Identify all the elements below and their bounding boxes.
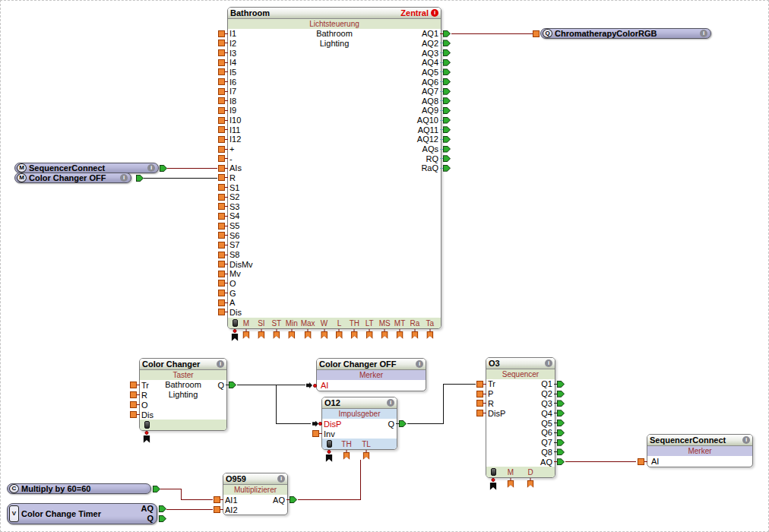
output-pin[interactable] <box>557 439 565 446</box>
output-pin[interactable] <box>557 381 565 388</box>
output-pin[interactable] <box>443 88 451 95</box>
input-pin[interactable] <box>476 391 483 397</box>
parameter-pin[interactable] <box>305 329 312 339</box>
input-pin[interactable] <box>218 155 225 162</box>
input-pin[interactable] <box>130 411 137 418</box>
function-plan-canvas[interactable]: Bathroom Zentral i Lichtsteuerung Bathro… <box>0 0 769 532</box>
output-pin[interactable] <box>443 146 451 153</box>
input-pin[interactable] <box>218 107 225 114</box>
input-pin[interactable] <box>218 88 225 95</box>
input-pin[interactable] <box>476 381 483 388</box>
input-pin[interactable] <box>218 194 225 201</box>
parameter-pin[interactable] <box>508 478 514 488</box>
info-icon[interactable]: i <box>545 359 552 367</box>
wire-o12q-v[interactable] <box>443 384 444 424</box>
pill-multiply-constant[interactable]: C Multiply by 60=60 <box>7 483 151 494</box>
output-pin[interactable] <box>443 136 451 143</box>
output-pin[interactable] <box>290 496 297 503</box>
input-pin[interactable] <box>218 232 225 239</box>
parameter-pin[interactable] <box>397 329 403 339</box>
parameter-pin[interactable] <box>366 329 373 339</box>
parameter-pin[interactable] <box>288 329 295 339</box>
input-pin[interactable] <box>218 59 225 66</box>
input-pin[interactable] <box>130 391 137 398</box>
output-pin[interactable] <box>443 126 451 133</box>
input-pin[interactable] <box>218 146 225 153</box>
wire-colorchangeroff-r[interactable] <box>144 178 217 179</box>
wire-multiply-h[interactable] <box>160 489 181 489</box>
output-pin[interactable] <box>443 30 451 37</box>
block-o3-sequencer[interactable]: O3 i Sequencer Tr P <box>486 357 555 478</box>
info-icon[interactable]: i <box>742 436 750 444</box>
memory-flag[interactable] <box>326 450 333 462</box>
input-pin[interactable] <box>218 223 225 230</box>
output-pin[interactable] <box>557 391 565 397</box>
output-pin[interactable] <box>443 117 451 124</box>
input-pin[interactable] <box>218 261 225 268</box>
info-icon[interactable]: i <box>416 360 423 368</box>
pill-chromatherapy-color-rgb[interactable]: Q ChromatherapyColorRGB i <box>540 28 711 39</box>
parameter-pin[interactable] <box>242 329 249 339</box>
wire-multiply-v[interactable] <box>181 489 182 499</box>
block-color-changer[interactable]: Color Changer i Taster Bathroom Lighting… <box>139 358 227 431</box>
input-pin[interactable] <box>476 410 483 416</box>
input-pin[interactable] <box>218 203 225 210</box>
wire-o12q-h[interactable] <box>407 423 443 424</box>
pill-color-change-timer[interactable]: V Color Change Timer AQ Q <box>7 503 157 524</box>
wire-q-to-disp[interactable] <box>276 423 311 424</box>
input-pin[interactable] <box>312 430 319 437</box>
block-sequencerconnect-merker[interactable]: SequencerConnect i Merker AI <box>647 434 753 467</box>
input-pin[interactable] <box>218 97 225 104</box>
output-pin[interactable] <box>443 97 451 104</box>
memory-flag[interactable] <box>490 478 497 490</box>
output-pin[interactable] <box>160 165 167 172</box>
wire-q-branch-down[interactable] <box>276 385 277 424</box>
wire-timer-ai2[interactable] <box>166 509 213 510</box>
input-pin[interactable] <box>218 78 225 85</box>
input-pin[interactable] <box>218 174 225 181</box>
timer-icon[interactable] <box>491 468 496 476</box>
output-pin[interactable] <box>443 107 451 114</box>
info-icon[interactable]: i <box>700 30 707 37</box>
parameter-pin[interactable] <box>527 478 534 488</box>
block-color-changer-off-merker[interactable]: Color Changer OFF i Merker AI <box>316 358 426 391</box>
input-pin[interactable] <box>218 280 225 287</box>
wire-o12q-tr[interactable] <box>443 384 476 385</box>
input-pin[interactable] <box>218 242 225 249</box>
output-pin[interactable] <box>443 49 451 56</box>
input-pin[interactable] <box>218 49 225 56</box>
input-pin[interactable] <box>214 496 220 503</box>
timer-icon[interactable] <box>233 319 238 327</box>
input-pin[interactable] <box>218 165 225 172</box>
input-pin[interactable] <box>218 30 225 37</box>
parameter-pin[interactable] <box>273 329 280 339</box>
wire-o959aq-tl[interactable] <box>360 460 361 500</box>
input-pin[interactable] <box>218 252 225 258</box>
input-pin[interactable] <box>218 271 225 277</box>
output-pin[interactable] <box>443 68 451 75</box>
wire-o959aq-h[interactable] <box>298 499 360 500</box>
wire-o3aq-merker[interactable] <box>565 461 636 462</box>
parameter-pin[interactable] <box>343 450 350 460</box>
wire-multiply-ai1[interactable] <box>181 499 213 500</box>
output-pin[interactable] <box>557 410 565 416</box>
output-pin[interactable] <box>443 78 451 85</box>
connected-input-pin[interactable] <box>306 382 312 388</box>
pill-color-changer-off[interactable]: M Color Changer OFF i <box>14 173 131 183</box>
output-pin[interactable] <box>159 505 166 512</box>
input-pin[interactable] <box>218 309 225 315</box>
input-pin[interactable] <box>218 290 225 296</box>
output-pin[interactable] <box>557 448 565 455</box>
output-pin[interactable] <box>399 420 407 427</box>
parameter-pin[interactable] <box>381 329 388 339</box>
info-icon[interactable]: i <box>120 174 128 182</box>
info-icon[interactable]: i <box>147 164 155 172</box>
output-pin[interactable] <box>443 155 451 162</box>
output-pin[interactable] <box>557 429 565 436</box>
input-pin[interactable] <box>476 400 483 407</box>
parameter-pin[interactable] <box>321 329 328 339</box>
output-pin[interactable] <box>229 382 236 388</box>
timer-icon[interactable] <box>327 440 332 448</box>
output-pin[interactable] <box>557 400 565 407</box>
input-pin[interactable] <box>218 68 225 75</box>
